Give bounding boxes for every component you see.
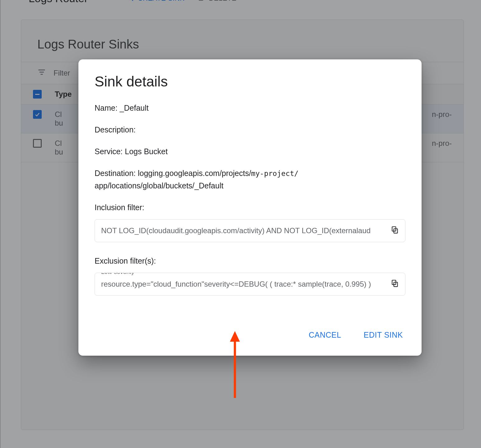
field-description: Description: bbox=[95, 123, 405, 136]
service-label: Service: bbox=[95, 147, 125, 156]
copy-icon[interactable] bbox=[391, 279, 399, 289]
inclusion-filter-box: NOT LOG_ID(cloudaudit.googleapis.com/act… bbox=[95, 219, 405, 242]
field-destination: Destination: logging.googleapis.com/proj… bbox=[95, 167, 405, 192]
description-label: Description: bbox=[95, 125, 136, 134]
exclusion-legend: Low-severity bbox=[99, 273, 136, 275]
edit-sink-button[interactable]: EDIT SINK bbox=[361, 327, 405, 343]
destination-value-mono: my-project/ bbox=[251, 169, 298, 178]
inclusion-filter-text: NOT LOG_ID(cloudaudit.googleapis.com/act… bbox=[101, 226, 371, 235]
destination-value-2: app/locations/global/buckets/_Default bbox=[95, 181, 223, 190]
field-service: Service: Logs Bucket bbox=[95, 145, 405, 158]
name-value: _Default bbox=[120, 104, 149, 112]
modal-title: Sink details bbox=[95, 73, 405, 90]
exclusion-filter-text: resource.type="cloud_function"severity<=… bbox=[101, 280, 371, 288]
copy-icon[interactable] bbox=[391, 226, 399, 236]
sink-details-modal: Sink details Name: _Default Description:… bbox=[78, 59, 422, 356]
exclusion-filter-box: Low-severity resource.type="cloud_functi… bbox=[95, 273, 405, 296]
exclusion-filter-label: Exclusion filter(s): bbox=[95, 255, 405, 267]
inclusion-filter-label: Inclusion filter: bbox=[95, 201, 405, 214]
cancel-button[interactable]: CANCEL bbox=[306, 327, 343, 343]
field-name: Name: _Default bbox=[95, 102, 405, 114]
destination-label: Destination: bbox=[95, 169, 138, 178]
service-value: Logs Bucket bbox=[125, 147, 168, 156]
destination-value-1: logging.googleapis.com/projects/ bbox=[138, 169, 251, 178]
name-label: Name: bbox=[95, 104, 120, 112]
modal-actions: CANCEL EDIT SINK bbox=[95, 327, 405, 343]
